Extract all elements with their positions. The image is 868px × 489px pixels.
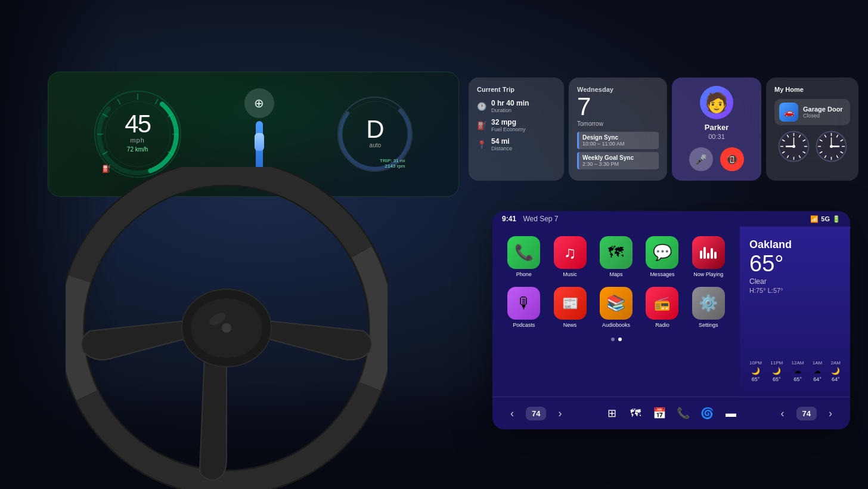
- battery-icon: 🔋: [832, 215, 841, 223]
- radio-icon: 📻: [646, 287, 678, 320]
- svg-point-54: [830, 145, 833, 148]
- svg-line-6: [155, 99, 158, 104]
- podcasts-label: Podcasts: [513, 322, 535, 328]
- call-controls: 🎤 📵: [689, 147, 744, 171]
- fuel-pump-icon: ⛽: [477, 121, 486, 130]
- carplay-iphone-display: 9:41 Wed Sep 7 📶 5G 🔋 📞 Phone ♫ Music: [492, 211, 850, 429]
- forecast-2am: 2AM 🌙 64°: [831, 360, 841, 382]
- dock-fan-btn[interactable]: 🌀: [697, 403, 717, 423]
- weather-city: Oakland: [749, 239, 841, 251]
- nav-prev-left[interactable]: ‹: [502, 403, 522, 423]
- iphone-content: 📞 Phone ♫ Music 🗺 Maps 💬 Messages: [492, 227, 850, 397]
- weather-hilo: H:75° L:57°: [749, 287, 841, 294]
- app-nowplaying[interactable]: Now Playing: [689, 236, 728, 277]
- calendar-date: 7: [577, 94, 659, 119]
- gear-display: D auto: [366, 117, 384, 148]
- messages-label: Messages: [650, 271, 674, 277]
- volume-left[interactable]: 74: [526, 407, 546, 420]
- settings-label: Settings: [699, 322, 718, 328]
- app-grid-row1: 📞 Phone ♫ Music 🗺 Maps 💬 Messages: [504, 236, 728, 277]
- dock-cal-btn[interactable]: 📅: [649, 403, 669, 423]
- page-dots: [504, 338, 728, 341]
- app-podcasts[interactable]: 🎙 Podcasts: [504, 287, 543, 328]
- svg-line-4: [117, 99, 120, 104]
- phone-icon: 📞: [507, 236, 540, 269]
- nav-next-left[interactable]: ›: [550, 403, 570, 423]
- app-radio[interactable]: 📻 Radio: [643, 287, 681, 328]
- forecast-10pm: 10PM 🌙 65°: [749, 360, 762, 382]
- trip-stat-distance: 📍 54 mi Distance: [477, 137, 556, 151]
- widget-call[interactable]: 🧑 Parker 00:31 🎤 📵: [672, 78, 761, 181]
- maps-label: Maps: [609, 271, 622, 277]
- status-time: 9:41: [502, 215, 516, 223]
- dock-display-btn[interactable]: ▬: [721, 403, 741, 423]
- music-label: Music: [563, 271, 577, 277]
- dock-phone-btn[interactable]: 📞: [673, 403, 693, 423]
- app-messages[interactable]: 💬 Messages: [643, 236, 681, 277]
- nav-prev-right[interactable]: ‹: [773, 403, 793, 423]
- app-audiobooks[interactable]: 📚 Audiobooks: [597, 287, 636, 328]
- svg-point-38: [792, 145, 795, 148]
- call-name: Parker: [705, 123, 728, 132]
- dock-grid-btn[interactable]: ⊞: [602, 403, 622, 423]
- widget-current-trip[interactable]: Current Trip 🕐 0 hr 40 min Duration ⛽ 32…: [469, 78, 564, 181]
- status-date: Wed Sep 7: [523, 215, 558, 223]
- app-phone[interactable]: 📞 Phone: [504, 236, 543, 277]
- app-news[interactable]: 📰 News: [550, 287, 589, 328]
- end-call-button[interactable]: 📵: [720, 147, 744, 171]
- trip-widget-title: Current Trip: [477, 86, 556, 93]
- distance-icon: 📍: [477, 140, 486, 149]
- messages-icon: 💬: [646, 236, 678, 269]
- signal-icon: 📶: [810, 215, 819, 223]
- calendar-tomorrow: Tomorrow: [577, 120, 659, 127]
- phone-label: Phone: [516, 271, 532, 277]
- speed-bar-indicator: [255, 133, 264, 151]
- app-grid-area: 📞 Phone ♫ Music 🗺 Maps 💬 Messages: [492, 227, 740, 397]
- iphone-status-bar: 9:41 Wed Sep 7 📶 5G 🔋: [492, 211, 850, 227]
- audiobooks-icon: 📚: [600, 287, 633, 320]
- call-duration: 00:31: [708, 133, 725, 140]
- music-icon: ♫: [554, 236, 587, 269]
- trip-stat-economy: ⛽ 32 mpg Fuel Economy: [477, 118, 556, 132]
- speed-kmh: 72 km/h: [125, 146, 150, 153]
- app-maps[interactable]: 🗺 Maps: [597, 236, 636, 277]
- carplay-dock: ‹ 74 › ⊞ 🗺 📅 📞 🌀 ▬ ‹ 74 ›: [492, 397, 850, 429]
- widget-home[interactable]: My Home 🚗 Garage Door Closed: [766, 78, 858, 181]
- gear-indicator: D auto TRIP: 31 mi 2143 rpm: [333, 92, 417, 176]
- news-label: News: [563, 322, 577, 328]
- calendar-day-name: Wednesday: [577, 86, 659, 93]
- calendar-event-2: Weekly Goal Sync 2:30 – 3:30 PM: [577, 152, 659, 169]
- dock-maps-btn[interactable]: 🗺: [625, 403, 646, 423]
- garage-status: Closed: [803, 113, 843, 119]
- svg-point-21: [222, 323, 231, 333]
- trip-stat-duration: 🕐 0 hr 40 min Duration: [477, 99, 556, 113]
- mute-button[interactable]: 🎤: [689, 147, 713, 171]
- widget-calendar[interactable]: Wednesday 7 Tomorrow Design Sync 10:00 –…: [569, 78, 667, 181]
- call-avatar: 🧑: [700, 86, 733, 119]
- forecast-11pm: 11PM 🌙 65°: [770, 360, 783, 382]
- weather-condition: Clear: [749, 277, 841, 286]
- nowplaying-label: Now Playing: [693, 271, 723, 277]
- weather-forecast: 10PM 🌙 65° 11PM 🌙 65° 12AM ☁ 65°: [749, 360, 841, 385]
- garage-door-item[interactable]: 🚗 Garage Door Closed: [774, 99, 850, 125]
- clock-icon: 🕐: [477, 102, 486, 111]
- speed-display: 45: [125, 112, 150, 137]
- nav-arrow: ⊕: [244, 88, 274, 118]
- forecast-12am: 12AM ☁ 65°: [792, 360, 804, 382]
- weather-panel: Oakland 65° Clear H:75° L:57° 10PM 🌙 65°…: [740, 227, 850, 397]
- app-music[interactable]: ♫ Music: [550, 236, 589, 277]
- page-dot-2: [618, 338, 622, 341]
- analog-clock-1: [777, 130, 810, 163]
- maps-icon: 🗺: [600, 236, 633, 269]
- home-widget-title: My Home: [774, 86, 850, 93]
- nowplaying-icon: [692, 236, 725, 269]
- 5g-label: 5G: [821, 215, 830, 222]
- garage-name: Garage Door: [803, 106, 843, 113]
- volume-right[interactable]: 74: [796, 407, 817, 420]
- analog-clock-2: [815, 130, 848, 163]
- weather-temp: 65°: [749, 252, 841, 275]
- app-settings[interactable]: ⚙️ Settings: [689, 287, 728, 328]
- settings-icon: ⚙️: [692, 287, 725, 320]
- steering-wheel: [66, 167, 388, 489]
- nav-next-right[interactable]: ›: [820, 403, 841, 423]
